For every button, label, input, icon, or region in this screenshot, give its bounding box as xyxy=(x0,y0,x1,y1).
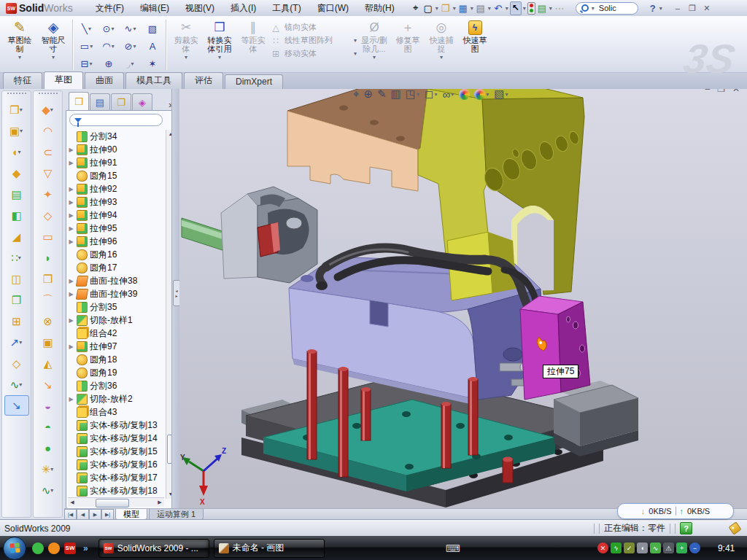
ellipse-icon[interactable]: ⊘ ▾ xyxy=(120,37,142,55)
pin-icon[interactable]: ⌖ xyxy=(410,1,422,15)
polygon-icon[interactable]: ⊕ xyxy=(98,55,120,72)
print-icon-dropdown[interactable]: ▾ xyxy=(488,5,491,12)
arc-icon[interactable]: ◠ ▾ xyxy=(98,37,120,55)
search-chevron-icon[interactable]: ▾ xyxy=(592,5,595,12)
toolbar-grip[interactable] xyxy=(7,93,26,97)
help-button[interactable]: ? xyxy=(647,1,659,15)
tree-item[interactable]: ▶拉伸93 xyxy=(68,195,166,209)
part-slide-block[interactable] xyxy=(221,187,317,283)
surface-zip-icon[interactable]: ◭ xyxy=(34,353,62,374)
surface-move-icon[interactable]: ↘ xyxy=(34,374,62,395)
draft-icon[interactable]: ◢ xyxy=(2,226,31,247)
tree-item[interactable]: 实体-移动/复制15 xyxy=(68,445,166,458)
edit-appearance-icon[interactable] xyxy=(459,89,470,100)
menu-item[interactable]: 文件(F) xyxy=(88,1,132,16)
tree-item[interactable]: ▶拉伸96 xyxy=(68,235,166,248)
task-button[interactable]: 未命名 - 画图 xyxy=(214,539,325,558)
tree-item[interactable]: 组合42 xyxy=(68,327,166,340)
model-canvas[interactable]: Y Z X xyxy=(179,89,747,508)
messenger-icon[interactable] xyxy=(32,542,44,554)
mirror-icon[interactable]: ◫ xyxy=(2,268,31,289)
sketch-fillet-icon[interactable]: ◞ ▾ xyxy=(120,55,142,72)
tray-connect-icon[interactable]: ∿ xyxy=(650,542,661,553)
surface-funnel-icon[interactable]: ▽ xyxy=(34,163,62,184)
shell-icon[interactable]: ▤ xyxy=(2,184,31,205)
surface-box-icon[interactable]: ▣ xyxy=(34,332,62,353)
combine-icon[interactable]: ⊞ xyxy=(2,311,31,332)
cm-button-dropdown[interactable]: ▾ xyxy=(185,54,187,61)
tree-item[interactable]: 圆角19 xyxy=(68,366,166,379)
part-top-clamp-plate[interactable] xyxy=(287,89,427,191)
surface-bend-icon[interactable]: ⌒ xyxy=(34,289,62,311)
options-icon[interactable]: ▤ xyxy=(536,1,548,15)
tree-item[interactable]: 圆角15 xyxy=(68,169,166,182)
search-input[interactable] xyxy=(597,3,632,13)
tray-network-warning-icon[interactable]: ⚠ xyxy=(663,542,674,553)
tab-评估[interactable]: 评估 xyxy=(184,72,223,89)
surface-patch-icon[interactable]: ◒ xyxy=(34,395,62,416)
zoom-fit-icon[interactable]: ⌖ xyxy=(353,89,359,101)
section-view-icon[interactable]: ▥ xyxy=(391,89,401,101)
circle-icon[interactable]: ⊙ ▾ xyxy=(98,20,120,37)
tree-item[interactable]: 实体-移动/复制13 xyxy=(68,419,166,432)
cm-big-button-dropdown[interactable]: ▾ xyxy=(18,54,21,61)
app-minimize-button[interactable]: – xyxy=(670,3,685,14)
tree-item[interactable]: 圆角16 xyxy=(68,248,166,261)
new-document-icon-dropdown[interactable]: ▾ xyxy=(436,5,438,12)
surface-banana-icon[interactable]: ◗ xyxy=(34,247,62,268)
language-keyboard-icon[interactable]: ⌨ xyxy=(446,542,460,554)
spline-icon[interactable]: ∿ ▾ xyxy=(120,20,142,37)
menu-item[interactable]: 工具(T) xyxy=(264,1,309,16)
doc-close-button[interactable]: ✕ xyxy=(732,89,740,94)
surface-star-icon[interactable]: ✦ xyxy=(34,184,62,205)
tab-propertymanager[interactable]: ▤ xyxy=(90,93,110,110)
surface-dome-icon[interactable]: ● xyxy=(34,438,62,459)
rib-icon[interactable]: ◧ xyxy=(2,205,31,226)
text-icon[interactable]: A xyxy=(142,37,163,55)
menu-item[interactable]: 插入(I) xyxy=(222,1,264,16)
tab-模具工具[interactable]: 模具工具 xyxy=(125,72,182,89)
cm-button-dropdown[interactable]: ▾ xyxy=(373,54,376,61)
surface-c-icon[interactable]: ⊂ xyxy=(34,141,62,163)
tree-item[interactable]: 圆角18 xyxy=(68,353,166,366)
tree-expander-icon[interactable]: ▶ xyxy=(68,317,74,324)
tree-item[interactable]: 分割36 xyxy=(68,379,166,392)
model-tab-模型[interactable]: 模型 xyxy=(115,509,147,520)
surface-spline-icon[interactable]: ∿▾ xyxy=(34,480,62,501)
search-box[interactable]: ▾ xyxy=(576,2,638,15)
menu-item[interactable]: 视图(V) xyxy=(177,1,222,16)
cm-button-镜向实体[interactable]: △镜向实体 xyxy=(270,22,357,33)
cm-button-dropdown[interactable]: ▾ xyxy=(354,37,357,44)
line-icon[interactable]: ╲ ▾ xyxy=(76,20,98,37)
browser-icon[interactable] xyxy=(48,542,60,554)
cm-big-button-0[interactable]: ✎草图绘 制▾ xyxy=(3,18,36,72)
part-side-insert-block[interactable] xyxy=(520,296,590,400)
tree-expander-icon[interactable]: ▶ xyxy=(68,147,74,153)
cm-big-button-1[interactable]: ◈智能尺 寸▾ xyxy=(36,18,70,72)
task-button[interactable]: SWSolidWorks 2009 - ... xyxy=(98,539,209,558)
app-close-button[interactable]: ✕ xyxy=(700,3,714,14)
tree-item[interactable]: ▶拉伸90 xyxy=(68,143,166,156)
tree-item[interactable]: ▶拉伸92 xyxy=(68,182,166,195)
tree-expander-icon[interactable]: ▶ xyxy=(68,160,74,166)
extruded-boss-icon[interactable]: ❒▾ xyxy=(2,99,31,120)
new-document-icon[interactable]: ▢ xyxy=(422,1,434,15)
quick-launch-chevron-icon[interactable]: » xyxy=(83,543,88,553)
tree-item[interactable]: ▶切除-放样1 xyxy=(68,314,166,327)
tree-item[interactable]: 实体-移动/复制18 xyxy=(68,484,166,497)
surface-delete-icon[interactable]: ⊗ xyxy=(34,311,62,332)
tree-item[interactable]: ▶曲面-拉伸39 xyxy=(68,287,166,300)
zoom-area-icon[interactable]: ⊕ xyxy=(363,89,373,101)
undo-icon-dropdown[interactable]: ▾ xyxy=(506,5,508,12)
tree-expander-icon[interactable]: ▶ xyxy=(68,396,74,402)
menu-item[interactable]: 帮助(H) xyxy=(357,1,403,16)
surface-knit-icon[interactable]: ◓ xyxy=(34,416,62,438)
tree-item[interactable]: 圆角17 xyxy=(68,261,166,274)
scroll-left-icon[interactable]: ◀ xyxy=(68,498,77,507)
doc-minimize-button[interactable]: – xyxy=(705,89,710,94)
slot-icon[interactable]: ⊟ ▾ xyxy=(76,55,98,72)
tree-expander-icon[interactable]: ▶ xyxy=(68,278,74,284)
cm-button-9[interactable]: ϟ快速草 图 xyxy=(458,18,492,72)
apply-scene-icon[interactable]: ▾ xyxy=(474,89,489,100)
tree-item[interactable]: 实体-移动/复制17 xyxy=(68,471,166,484)
